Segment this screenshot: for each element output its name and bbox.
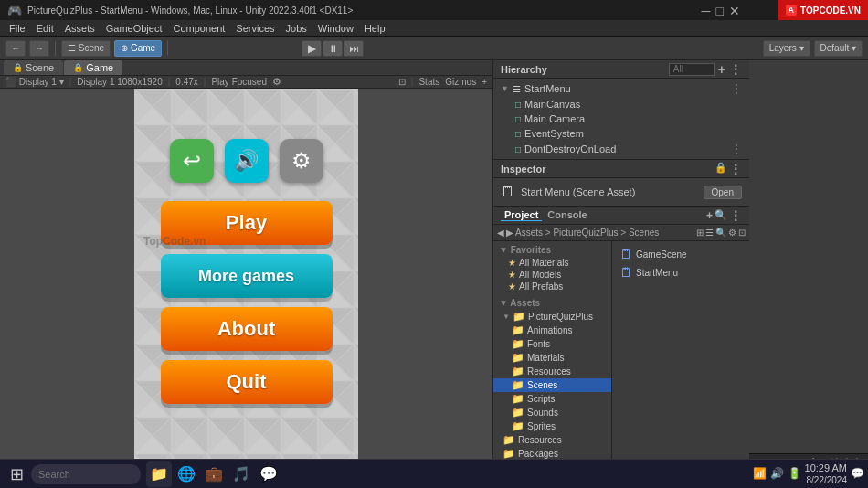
hierarchy-add-btn[interactable]: + — [718, 62, 725, 77]
materials-item[interactable]: 📁 Materials — [493, 351, 611, 365]
view-icon-5[interactable]: ⊡ — [738, 228, 746, 238]
maximize-btn[interactable]: □ — [716, 4, 724, 18]
tree-event-system[interactable]: □ EventSystem — [493, 126, 749, 141]
toolbar-undo[interactable]: ← — [5, 40, 26, 57]
toolbar: ← → ☰ Scene ⊕ Game ▶ ⏸ ⏭ Layers ▾ Defaul… — [0, 37, 868, 60]
play-focused-label[interactable]: Play Focused — [211, 77, 267, 87]
view-icon-1[interactable]: ⊞ — [696, 228, 704, 238]
tree-main-camera[interactable]: □ Main Camera — [493, 111, 749, 126]
tree-dont-destroy[interactable]: □ DontDestroyOnLoad ⋮ — [493, 141, 749, 157]
game-btn[interactable]: ⊕ Game — [114, 40, 162, 57]
start-btn[interactable]: ⊞ — [4, 461, 29, 487]
about-btn[interactable]: About — [161, 307, 333, 351]
project-dots[interactable]: ⋮ — [729, 208, 742, 223]
tree-main-canvas[interactable]: □ MainCanvas — [493, 97, 749, 111]
all-materials-item[interactable]: ★ All Materials — [493, 257, 611, 269]
menu-file[interactable]: File — [4, 22, 31, 35]
settings-icon-sm[interactable]: ⚙ — [272, 76, 281, 88]
menu-window[interactable]: Window — [312, 22, 359, 35]
notification-icon[interactable]: 💬 — [851, 467, 864, 480]
inspector-dots[interactable]: ⋮ — [729, 162, 742, 176]
taskbar-app-2[interactable]: 🌐 — [174, 461, 199, 487]
play-menu-btn[interactable]: Play — [161, 201, 333, 245]
go-icon-4: □ — [515, 144, 521, 154]
play-button[interactable]: ▶ — [302, 40, 322, 57]
taskbar-app-5[interactable]: 💬 — [256, 461, 281, 487]
close-btn[interactable]: ✕ — [729, 4, 740, 18]
dont-destroy-dots[interactable]: ⋮ — [731, 143, 742, 155]
start-menu-label: StartMenu — [636, 268, 678, 278]
toolbar-redo[interactable]: → — [29, 40, 49, 57]
menu-assets[interactable]: Assets — [59, 22, 101, 35]
sounds-item[interactable]: 📁 Sounds — [493, 406, 611, 419]
scene-file-icon-2: 🗒 — [619, 265, 632, 280]
menu-help[interactable]: Help — [359, 22, 391, 35]
scripts-item[interactable]: 📁 Scripts — [493, 392, 611, 406]
undo-icon-btn[interactable]: ↩ — [170, 139, 214, 183]
view-icon-3[interactable]: 🔍 — [715, 228, 726, 238]
add-btn[interactable]: + — [482, 77, 487, 87]
inspector-header: Inspector 🔒 ⋮ — [493, 160, 749, 178]
sound-icon-btn[interactable]: 🔊 — [225, 139, 269, 183]
layers-dropdown[interactable]: Layers ▾ — [763, 40, 810, 57]
menu-jobs[interactable]: Jobs — [281, 22, 312, 35]
menu-component[interactable]: Component — [167, 22, 230, 35]
view-icon-2[interactable]: ☰ — [705, 228, 714, 238]
menu-bar: File Edit Assets GameObject Component Se… — [0, 20, 868, 37]
pause-button[interactable]: ⏸ — [323, 40, 343, 57]
scenes-item[interactable]: 📁 Scenes — [493, 378, 611, 392]
open-asset-btn[interactable]: Open — [704, 186, 742, 199]
all-prefabs-item[interactable]: ★ All Prefabs — [493, 281, 611, 292]
more-games-btn[interactable]: More games — [161, 254, 333, 298]
resources-item[interactable]: 📁 Resources — [493, 365, 611, 378]
step-button[interactable]: ⏭ — [344, 40, 364, 57]
settings-icon-btn[interactable]: ⚙ — [280, 139, 323, 183]
inspector-asset-row: 🗒 Start Menu (Scene Asset) Open — [501, 184, 742, 200]
lock-inspector-icon[interactable]: 🔒 — [715, 162, 727, 176]
sprites-item[interactable]: 📁 Sprites — [493, 419, 611, 433]
resources-root-item[interactable]: 📁 Resources — [493, 433, 611, 447]
game-tab[interactable]: 🔒 Game — [64, 60, 122, 75]
start-menu-file[interactable]: 🗒 StartMenu — [616, 263, 746, 281]
scene-dots-btn[interactable]: ⋮ — [731, 82, 742, 95]
scene-file-icon-h: ☰ — [513, 84, 521, 94]
title-controls[interactable]: ─ □ ✕ — [702, 4, 740, 18]
project-add-btn[interactable]: + — [706, 209, 713, 222]
folder-fwd-btn[interactable]: ▶ — [506, 228, 513, 238]
maximize-view-icon[interactable]: ⊡ — [398, 77, 406, 87]
picturequizplus-item[interactable]: ▼ 📁 PictureQuizPlus — [493, 310, 611, 324]
console-tab[interactable]: Console — [544, 209, 590, 221]
view-icon-4[interactable]: ⚙ — [728, 228, 736, 238]
quit-btn[interactable]: Quit — [161, 360, 333, 404]
display-dropdown[interactable]: ⬛ Display 1 ▾ — [5, 77, 64, 87]
fonts-item[interactable]: 📁 Fonts — [493, 337, 611, 351]
hierarchy-search[interactable] — [669, 63, 715, 76]
taskbar-app-3[interactable]: 💼 — [201, 461, 227, 487]
layout-dropdown[interactable]: Default ▾ — [814, 40, 863, 57]
project-search-icon[interactable]: 🔍 — [715, 209, 727, 221]
game-scene-file[interactable]: 🗒 GameScene — [616, 245, 746, 263]
menu-gameobject[interactable]: GameObject — [101, 22, 168, 35]
stats-btn[interactable]: Stats — [418, 77, 439, 87]
menu-services[interactable]: Services — [230, 22, 280, 35]
hierarchy-dots[interactable]: ⋮ — [729, 62, 742, 77]
taskbar-app-1[interactable]: 📁 — [146, 461, 172, 487]
scene-tab[interactable]: 🔒 Scene — [4, 60, 63, 75]
all-models-item[interactable]: ★ All Models — [493, 269, 611, 281]
inspector-title: Inspector — [501, 164, 546, 175]
animations-item[interactable]: 📁 Animations — [493, 324, 611, 337]
folder-icon-sounds: 📁 — [512, 407, 524, 419]
scene-btn[interactable]: ☰ Scene — [61, 40, 111, 57]
project-tab[interactable]: Project — [501, 209, 542, 221]
tree-scene-item[interactable]: ▼ ☰ StartMenu ⋮ — [493, 80, 749, 97]
gizmos-btn[interactable]: Gizmos — [445, 77, 476, 87]
menu-edit[interactable]: Edit — [31, 22, 59, 35]
time-display[interactable]: 10:29 AM 8/22/2024 — [805, 461, 847, 486]
taskbar-search-input[interactable] — [31, 464, 141, 484]
favorites-label: ▼ Favorites — [493, 243, 611, 257]
taskbar-app-4[interactable]: 🎵 — [228, 461, 254, 487]
game-scene-label: GameScene — [636, 249, 687, 260]
folder-icon-scenes: 📁 — [512, 379, 524, 391]
minimize-btn[interactable]: ─ — [702, 4, 711, 18]
folder-back-btn[interactable]: ◀ — [497, 228, 504, 238]
